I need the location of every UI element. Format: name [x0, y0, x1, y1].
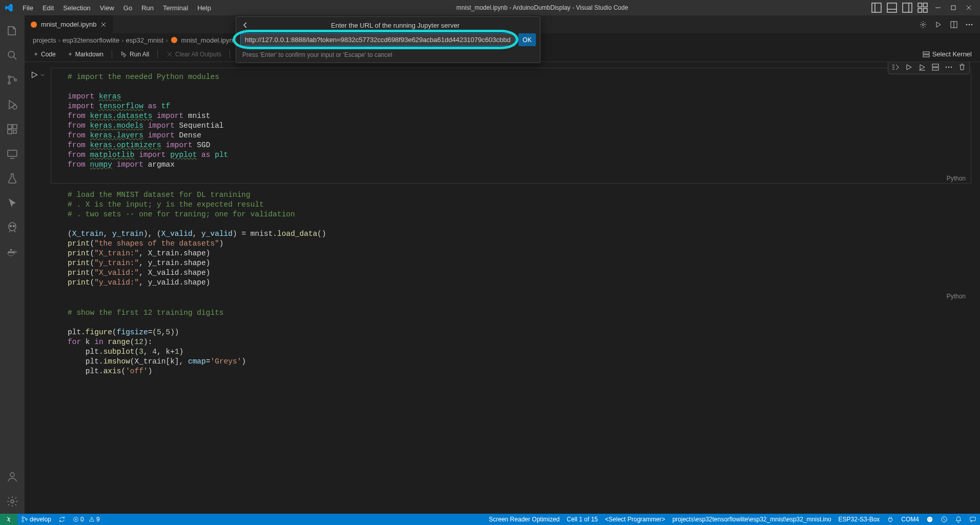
tab-mnist-model[interactable]: mnist_model.ipynb [25, 15, 113, 33]
code-cell[interactable]: # import the needed Python modules impor… [51, 68, 971, 183]
cell-more-icon[interactable] [943, 62, 955, 73]
menu-file[interactable]: File [18, 2, 37, 14]
svg-point-59 [948, 67, 949, 68]
run-by-line-icon[interactable] [889, 62, 902, 73]
run-debug-icon[interactable] [0, 92, 25, 117]
feedback-icon[interactable] [966, 514, 980, 525]
notifications-bell-icon[interactable] [951, 514, 966, 525]
cell-language-label[interactable]: Python [51, 174, 971, 183]
svg-rect-2 [887, 3, 896, 12]
file-path-status[interactable]: projects\esp32tensorflowlite\esp32_mnist… [669, 514, 835, 525]
cell-code-editor[interactable]: # show the first 12 training digits plt.… [51, 304, 971, 380]
docker-icon[interactable] [0, 240, 25, 265]
quick-input-panel: Enter the URL of the running Jupyter ser… [236, 16, 540, 63]
copilot-status-icon[interactable] [923, 514, 937, 525]
notebook-body[interactable]: # import the needed Python modules impor… [25, 62, 980, 514]
vscode-logo-icon [4, 3, 13, 12]
svg-point-34 [11, 500, 14, 503]
sync-status[interactable] [55, 514, 69, 525]
add-markdown-cell-button[interactable]: ＋Markdown [64, 49, 107, 59]
testing-icon[interactable] [0, 166, 25, 191]
svg-rect-21 [13, 125, 17, 129]
remote-button[interactable] [0, 514, 17, 525]
split-editor-icon[interactable] [948, 19, 960, 30]
layout-customize-icon[interactable] [916, 2, 929, 13]
board-status[interactable]: ESP32-S3-Box [835, 514, 884, 525]
svg-rect-32 [10, 249, 12, 251]
platformio-alien-icon[interactable] [0, 215, 25, 240]
source-control-icon[interactable] [0, 68, 25, 92]
code-cell[interactable]: # show the first 12 training digits plt.… [51, 304, 971, 380]
svg-rect-22 [8, 130, 12, 134]
breadcrumb-segment[interactable]: esp32tensorflowlite [62, 36, 119, 44]
add-code-cell-button[interactable]: ＋Code [30, 49, 59, 59]
cell-position-status[interactable]: Cell 1 of 15 [563, 514, 601, 525]
tab-close-icon[interactable] [99, 21, 108, 29]
status-bar: develop 0 9 Screen Reader Optimized Cell… [0, 514, 980, 525]
port-status[interactable]: COM4 [898, 514, 923, 525]
svg-point-69 [928, 518, 929, 519]
menu-selection[interactable]: Selection [59, 2, 94, 14]
svg-rect-8 [918, 9, 922, 13]
run-all-button[interactable]: Run All [117, 50, 152, 59]
minimize-button[interactable] [931, 2, 945, 13]
settings-gear-icon[interactable] [0, 489, 25, 514]
select-kernel-button[interactable]: Select Kernel [919, 49, 975, 59]
back-arrow-icon[interactable] [240, 20, 251, 30]
screen-reader-status[interactable]: Screen Reader Optimized [485, 514, 563, 525]
tab-label: mnist_model.ipynb [41, 21, 96, 28]
svg-point-62 [22, 520, 24, 522]
run-cell-icon[interactable] [30, 70, 39, 79]
problems-status[interactable]: 0 9 [69, 514, 103, 525]
menu-help[interactable]: Help [193, 2, 215, 14]
svg-point-68 [927, 517, 933, 522]
jupyter-url-input[interactable] [240, 33, 515, 46]
menu-terminal[interactable]: Terminal [159, 2, 192, 14]
cell-code-editor[interactable]: # load the MNIST dataset for DL traninin… [51, 186, 971, 292]
git-branch-status[interactable]: develop [17, 514, 55, 525]
maximize-button[interactable] [946, 2, 961, 13]
split-cell-icon[interactable] [929, 62, 942, 73]
execute-above-icon[interactable] [916, 62, 928, 73]
layout-toggle-bottom-icon[interactable] [886, 2, 898, 13]
svg-point-44 [171, 37, 177, 43]
cell-code-editor[interactable]: # import the needed Python modules impor… [51, 68, 971, 174]
main-menu: File Edit Selection View Go Run Terminal… [18, 2, 215, 14]
svg-rect-7 [924, 3, 928, 7]
search-icon[interactable] [0, 43, 25, 68]
accounts-icon[interactable] [0, 465, 25, 489]
editor-settings-gear-icon[interactable] [918, 19, 929, 30]
execute-cell-icon[interactable] [903, 62, 915, 73]
menu-view[interactable]: View [96, 2, 118, 14]
breadcrumb-file[interactable]: mnist_model.ipynb [181, 36, 237, 44]
breadcrumb-segment[interactable]: esp32_mnist [126, 36, 164, 44]
svg-point-18 [14, 79, 16, 81]
explorer-icon[interactable] [0, 18, 25, 43]
confirm-input-button[interactable]: OK [518, 33, 536, 46]
editor-more-icon[interactable] [964, 19, 975, 30]
extensions-icon[interactable] [0, 117, 25, 142]
cursor-extension-icon[interactable] [0, 191, 25, 215]
svg-rect-6 [918, 3, 922, 7]
close-button[interactable] [962, 2, 976, 13]
prettier-status-icon[interactable] [937, 514, 951, 525]
menu-run[interactable]: Run [137, 2, 158, 14]
menu-go[interactable]: Go [119, 2, 136, 14]
layout-toggle-secondary-icon[interactable] [901, 2, 913, 13]
svg-point-27 [10, 226, 12, 227]
svg-point-43 [971, 24, 973, 25]
code-cell[interactable]: # load the MNIST dataset for DL traninin… [51, 186, 971, 301]
delete-cell-icon[interactable] [956, 62, 968, 73]
run-all-icon[interactable] [933, 19, 944, 30]
svg-rect-23 [13, 130, 16, 133]
programmer-status[interactable]: <Select Programmer> [601, 514, 669, 525]
clear-outputs-button[interactable]: Clear All Outputs [163, 50, 224, 59]
layout-toggle-primary-icon[interactable] [870, 2, 883, 13]
remote-explorer-icon[interactable] [0, 142, 25, 166]
menu-edit[interactable]: Edit [38, 2, 58, 14]
cell-language-label[interactable]: Python [51, 292, 971, 301]
plug-icon[interactable] [883, 514, 898, 525]
svg-rect-9 [924, 9, 928, 13]
chevron-down-icon[interactable] [40, 72, 45, 77]
breadcrumb-segment[interactable]: projects [33, 36, 56, 44]
